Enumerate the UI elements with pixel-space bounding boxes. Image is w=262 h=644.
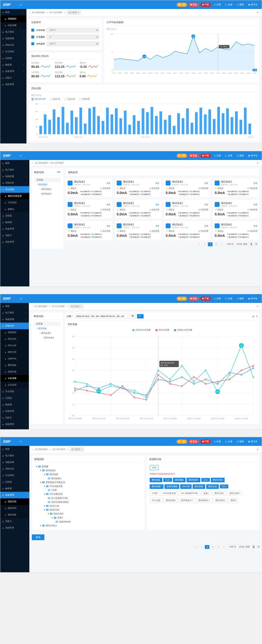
doc-button[interactable]: ▢ 文档 bbox=[212, 3, 223, 7]
alert-badge[interactable]: 严重 bbox=[200, 3, 211, 7]
sidebar-item[interactable]: ▸告警信息 bbox=[0, 368, 29, 375]
alert-badge[interactable]: 严重 bbox=[200, 440, 211, 444]
refresh-icon[interactable]: ⟳ bbox=[257, 162, 259, 164]
sidebar-item[interactable]: ▸实时需量 bbox=[0, 375, 29, 382]
refresh-icon[interactable]: ⟳ bbox=[257, 12, 259, 14]
sidebar-item[interactable]: ▸尖峰平谷 bbox=[0, 356, 29, 362]
sidebar-item[interactable]: ▸触发器› bbox=[0, 485, 29, 492]
page-button[interactable]: 4 bbox=[216, 545, 221, 549]
folder-node[interactable]: ▾ 测试分组4 bbox=[34, 508, 142, 512]
tree-root[interactable]: 陈雷播 bbox=[34, 178, 61, 182]
sidebar-item[interactable]: ▸安全用电› bbox=[0, 472, 29, 479]
calendar-icon[interactable]: 📅 bbox=[130, 314, 135, 318]
legend-item[interactable]: 总视在实时需量 bbox=[174, 328, 192, 332]
folder-node[interactable]: 设备888888 bbox=[34, 520, 142, 524]
history-tab[interactable]: 过去48小时 bbox=[31, 98, 46, 101]
sidebar-item[interactable]: ▸设备管理⌄ bbox=[0, 492, 29, 498]
user-menu[interactable]: ◉ 用户名 bbox=[247, 154, 259, 158]
lock-button[interactable]: ▢ 锁屏 bbox=[235, 296, 246, 301]
crumb-tab[interactable]: 电力数据 bbox=[69, 304, 83, 308]
tag[interactable]: 温度传感器 bbox=[164, 484, 179, 489]
sidebar-item[interactable]: ▸系统管理› bbox=[0, 421, 29, 428]
page-button[interactable]: 2 bbox=[205, 545, 209, 549]
sidebar-item[interactable]: ▸系统管理› bbox=[0, 525, 29, 531]
lock-button[interactable]: ▢ 锁屏 bbox=[235, 3, 246, 7]
tag-outline[interactable]: 测试电表2.7 bbox=[196, 498, 212, 503]
alert-badge[interactable]: 紧急 bbox=[188, 440, 199, 444]
sidebar-item[interactable]: ▸电能质量› bbox=[0, 35, 26, 42]
sidebar-item[interactable]: ▸企业自用 bbox=[0, 382, 29, 388]
alert-badge[interactable]: 一般 bbox=[177, 154, 187, 158]
crumb-item[interactable]: 电力运作服务 bbox=[52, 448, 65, 451]
sidebar-item[interactable]: ▸用能报表 bbox=[0, 329, 29, 336]
filter-select[interactable]: 按季节 bbox=[47, 41, 99, 46]
page-button[interactable]: 3 bbox=[214, 242, 218, 246]
card-more-link[interactable]: 更多 bbox=[254, 203, 258, 206]
tree-node[interactable]: • 测试电表 bbox=[34, 326, 60, 331]
menu-toggle-icon[interactable]: ≡ bbox=[20, 440, 22, 443]
refresh-icon[interactable]: ⟳ bbox=[257, 448, 259, 451]
sidebar-item[interactable]: ▸设备管理› bbox=[0, 68, 26, 75]
lock-button[interactable]: ▢ 锁屏 bbox=[235, 154, 246, 158]
folder-node[interactable]: ▾ 陈雷播 bbox=[34, 464, 142, 468]
tag[interactable]: 测试设备 bbox=[193, 484, 205, 489]
sidebar-item[interactable]: ▸电力测试› bbox=[0, 310, 29, 316]
folder-node[interactable]: ▾ TP622配电房 bbox=[34, 492, 142, 496]
folder-node[interactable]: ▾ 测试分组10 bbox=[34, 524, 142, 528]
crumb-tab[interactable]: 电力数据 bbox=[70, 447, 84, 452]
sidebar-item[interactable]: ▸预加设备 bbox=[0, 512, 29, 518]
doc-button[interactable]: ▢ 文档 bbox=[212, 154, 223, 158]
tree-node[interactable]: ◦ 测试电表3 bbox=[34, 192, 61, 196]
folder-node[interactable]: 总有功电能 (两端) bbox=[34, 500, 142, 504]
card-more-link[interactable]: 更多 bbox=[107, 203, 110, 206]
folder-node[interactable]: ▾ 易普锐电子有限公司 bbox=[34, 480, 142, 484]
line-icon[interactable]: ⊞ bbox=[256, 315, 258, 318]
date-range-input[interactable] bbox=[75, 314, 128, 318]
tag[interactable]: CCC bbox=[163, 478, 172, 482]
crumb-item[interactable]: 电力数据服务 bbox=[34, 305, 48, 308]
sidebar-item[interactable]: ▸用能概览 bbox=[0, 16, 26, 22]
alert-badge[interactable]: 紧急 bbox=[188, 154, 199, 158]
sidebar-item[interactable]: ▸触发器› bbox=[0, 402, 29, 408]
folder-node[interactable]: ▾ 测试电表 bbox=[34, 472, 142, 476]
sidebar-item[interactable]: ▸环比分析 bbox=[0, 342, 29, 349]
card-more-link[interactable]: 更多 bbox=[107, 225, 110, 227]
tag[interactable]: 测试设备 bbox=[150, 478, 162, 482]
home-icon[interactable]: ⌂ bbox=[32, 305, 33, 308]
lock-button[interactable]: ▢ 锁屏 bbox=[235, 440, 246, 444]
sidebar-item[interactable]: ▸用电分析› bbox=[0, 42, 26, 48]
sidebar-item[interactable]: ▸概览› bbox=[0, 160, 29, 166]
tag[interactable]: 测试电表7 bbox=[187, 478, 200, 482]
filter-select[interactable]: 按季节 bbox=[47, 28, 99, 32]
card-more-link[interactable]: 更多 bbox=[107, 182, 110, 184]
history-tab[interactable]: 过去3年 bbox=[79, 98, 90, 101]
tree-node[interactable]: ◦ 测试电表2 bbox=[34, 331, 60, 336]
tag-outline[interactable]: 测试3 bbox=[228, 498, 238, 503]
crumb-item[interactable]: 电力运作服务 bbox=[52, 305, 65, 308]
tree-node[interactable]: • 测试电表 bbox=[34, 182, 61, 187]
sidebar-item[interactable]: ▸电能质量› bbox=[0, 173, 29, 180]
alert-badge[interactable]: 紧急 bbox=[188, 3, 199, 7]
folder-node[interactable]: 测试电表3 bbox=[34, 476, 142, 480]
folder-node[interactable]: ▾ 测试电表2 bbox=[34, 468, 142, 472]
sidebar-item[interactable]: ▸消息卡› bbox=[0, 232, 29, 239]
alert-badge[interactable]: 紧急 bbox=[188, 296, 199, 301]
legend-item[interactable]: 总有功需量 bbox=[155, 328, 169, 332]
tag[interactable]: 测试分组3 bbox=[211, 478, 225, 482]
sidebar-item[interactable]: ▸安全用电⌄ bbox=[0, 186, 29, 193]
sidebar-item[interactable]: ▸用电分析⌄ bbox=[0, 322, 29, 329]
tag[interactable]: 测试模板 bbox=[173, 478, 186, 482]
folder-node[interactable]: ▾ 设备2 bbox=[34, 516, 142, 520]
card-more-link[interactable]: 更多 bbox=[254, 182, 258, 184]
per-page-select[interactable]: 10条/页 bbox=[225, 242, 236, 246]
sidebar-item[interactable]: ▸系统管理› bbox=[0, 81, 26, 88]
tree-node[interactable]: ◦ 测试电表2 bbox=[34, 187, 61, 192]
sidebar-item[interactable]: ▸概览› bbox=[0, 303, 29, 310]
sidebar-item[interactable]: ▸安全用电› bbox=[0, 48, 26, 55]
sidebar-item[interactable]: ▸总线盘› bbox=[0, 395, 29, 402]
menu-toggle-icon[interactable]: ≡ bbox=[20, 154, 22, 157]
jump-input[interactable] bbox=[249, 242, 254, 246]
alert-badge[interactable]: 一般 bbox=[177, 440, 187, 444]
home-icon[interactable]: ⌂ bbox=[32, 162, 33, 164]
sidebar-item[interactable]: ▸费用报表 bbox=[0, 362, 29, 368]
